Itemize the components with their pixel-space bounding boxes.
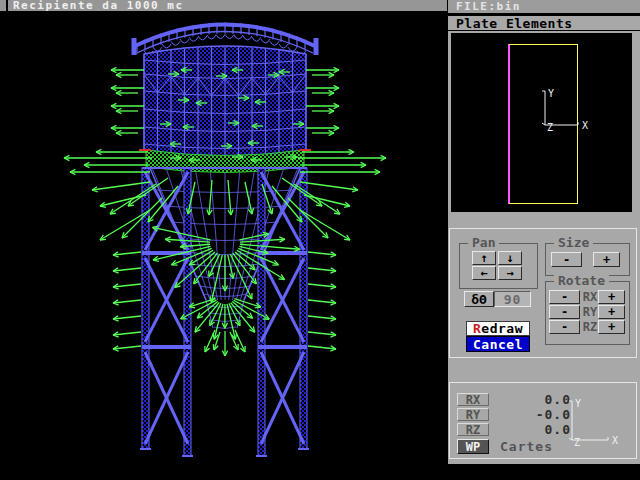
rz-label-tile: RZ (457, 423, 489, 436)
delta-theta-button[interactable]: δΘ (464, 291, 494, 307)
rotate-ry-plus-button[interactable]: + (598, 305, 625, 319)
element-type-bar: Plate Elements (448, 16, 640, 31)
rotate-rz-label: RZ (582, 320, 598, 334)
pan-group-label: Pan (468, 236, 499, 250)
window-title: Recipiente da 1000 mc (13, 0, 184, 11)
coordinate-mode-label: Cartes (500, 439, 553, 454)
rotate-group-label: Rotate (554, 274, 609, 288)
pan-group: Pan ↑ ↓ ← → (459, 243, 538, 289)
preview-axis-x-label: X (582, 120, 588, 131)
arrow-down-icon: ↓ (506, 251, 513, 265)
size-minus-button[interactable]: - (551, 252, 582, 267)
rotate-ry-label: RY (582, 305, 598, 319)
rotate-rx-minus-button[interactable]: - (549, 290, 580, 304)
redraw-rest: edraw (481, 321, 523, 336)
status-axis-x-label: X (612, 435, 618, 446)
rotate-rz-minus-button[interactable]: - (549, 320, 580, 334)
preview-axis-y-label: Y (548, 88, 554, 99)
file-bar: FILE:bin (448, 0, 640, 13)
pan-left-button[interactable]: ← (472, 266, 496, 280)
view-controls-panel: Pan ↑ ↓ ← → Size - + δΘ 90 Rotate - RX +… (449, 228, 637, 358)
application-screen: Recipiente da 1000 mc FILE:bin Plate Ele… (0, 0, 640, 480)
arrow-up-icon: ↑ (480, 251, 487, 265)
redraw-button[interactable]: Redraw (466, 321, 530, 336)
delta-theta-value-field[interactable]: 90 (494, 291, 531, 307)
side-panel: FILE:bin Plate Elements Y Z X Pan ↑ ↓ ← (448, 0, 640, 464)
size-plus-button[interactable]: + (593, 252, 620, 267)
rotate-rz-plus-button[interactable]: + (598, 320, 625, 334)
rx-label-tile: RX (457, 393, 489, 406)
size-group: Size - + (545, 243, 630, 276)
status-axis-z-label: Z (574, 437, 580, 448)
preview-axis-triad: Y Z X (531, 83, 626, 168)
title-bar: Recipiente da 1000 mc (0, 0, 447, 11)
rotate-rx-plus-button[interactable]: + (598, 290, 625, 304)
size-group-label: Size (554, 236, 593, 250)
ry-label-tile: RY (457, 408, 489, 421)
arrow-right-icon: → (506, 266, 513, 280)
rotate-ry-minus-button[interactable]: - (549, 305, 580, 319)
status-axis-y-label: Y (575, 398, 581, 409)
status-axis-triad: Y Z X (560, 393, 635, 453)
rotate-group: Rotate - RX + - RY + - RZ + (545, 281, 630, 345)
tower-wireframe-viewport (0, 0, 450, 480)
pan-down-button[interactable]: ↓ (498, 251, 522, 265)
status-panel: RX 0.0 RY -0.0 RZ 0.0 WP Cartes Y Z X (449, 382, 637, 459)
plate-preview-window: Y Z X (451, 33, 632, 212)
cancel-button[interactable]: Cancel (466, 336, 530, 352)
wp-button[interactable]: WP (457, 439, 489, 454)
arrow-left-icon: ← (480, 266, 487, 280)
preview-axis-z-label: Z (547, 122, 553, 133)
title-bar-stub (0, 0, 8, 11)
pan-up-button[interactable]: ↑ (472, 251, 496, 265)
rotate-rx-label: RX (582, 290, 598, 304)
redraw-initial: R (473, 321, 481, 336)
pan-right-button[interactable]: → (498, 266, 522, 280)
